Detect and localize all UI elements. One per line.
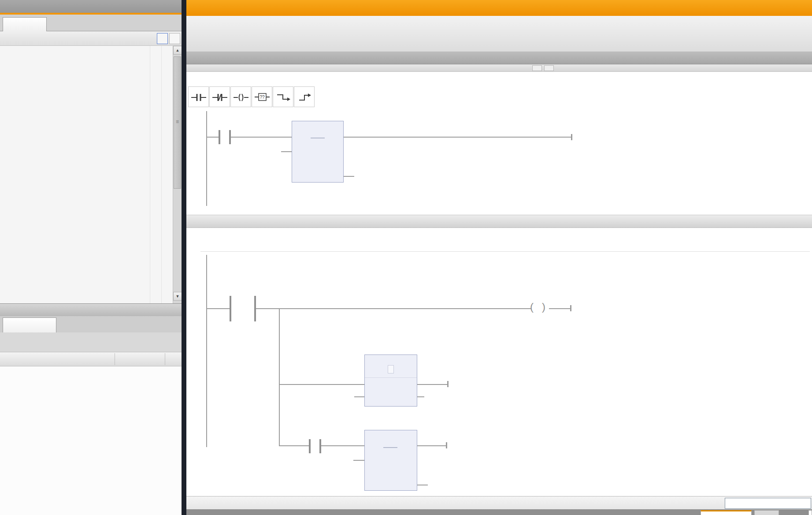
n1-wire [206,137,219,138]
favorite-open-branch-button[interactable] [273,86,293,107]
breadcrumb [186,0,812,16]
column-sep-1 [115,353,115,365]
n2-wire [206,308,230,309]
n1-eno-wire [344,137,571,138]
favorite-nc-contact-button[interactable] [209,86,230,107]
column-sep-2 [165,353,165,365]
n2-en-eno-dash [383,447,397,448]
n2-coil-end-tick [570,305,571,311]
n2-in-wire [353,460,364,461]
n2-cmp-bar-left[interactable] [230,296,231,321]
tab-devices[interactable] [3,17,47,31]
inspector-tab-stub-2[interactable] [754,510,779,515]
close-branch-icon [297,92,312,103]
n2-pt-wire [354,396,364,397]
scrollbar-thumb[interactable] [174,56,181,189]
n1-wire [231,137,292,138]
project-tree [0,46,182,303]
open-branch-icon [276,92,291,103]
inspector-tab-stub-1[interactable] [701,510,752,515]
tree-scrollbar[interactable]: ▲ ▼ [173,46,182,303]
left-panel-tabs [0,15,182,31]
favorite-close-branch-button[interactable] [294,86,315,107]
n1-wire-end-tick [571,134,572,140]
tree-toolbar [0,31,182,46]
panel-divider[interactable] [182,0,186,515]
n2-wire [321,445,364,446]
n2-eno-wire [417,445,446,446]
n2-ton-box[interactable] [364,355,417,407]
details-view-header [0,303,182,316]
n2-out-wire [417,485,428,485]
editor-toolbar [186,16,812,52]
n2-coil-open-paren[interactable]: ( [530,301,534,313]
interface-splitter [186,64,812,72]
no-contact-icon [191,92,206,103]
n2-branch-rail [279,308,280,446]
favorite-no-contact-button[interactable] [188,86,209,107]
comment-separator-line [200,251,810,252]
scroll-down-button[interactable]: ▼ [173,292,182,301]
n1-contact-bar-left[interactable] [219,130,220,144]
n2-ton-q-wire [417,384,447,385]
details-tabs [0,316,182,332]
n2-et-wire [417,396,424,397]
coil-icon [234,92,248,103]
column-view-icon[interactable] [157,33,168,44]
editor-statusbar [186,496,812,509]
refresh-table-icon[interactable] [169,33,180,44]
svg-text:??: ?? [260,95,265,100]
splitter-up-icon[interactable] [532,65,542,71]
tab-technology-objects[interactable] [3,317,56,332]
n2-move-box[interactable] [364,430,417,491]
n2-contact2-bar-right[interactable] [319,439,321,453]
tia-portal-window: ▲ ▼ ?? [0,0,812,515]
tree-col-sep-2 [161,46,162,303]
n2-coil-out-wire [549,308,570,309]
n1-power-rail [206,111,207,206]
details-gap [0,332,182,352]
zoom-level-select[interactable] [725,498,811,509]
n2-eno-end-tick [446,442,447,448]
empty-box-icon: ?? [255,92,270,103]
n2-wire-to-coil [256,308,531,309]
n1-en-eno-dash [311,138,325,138]
tree-col-sep-1 [150,46,150,303]
n2-power-rail [206,255,207,447]
block-interface-bar[interactable] [186,52,812,64]
nc-contact-icon [212,92,227,103]
n2-ton-type[interactable] [365,366,417,373]
n1-out-wire [344,176,354,177]
sort-tree-icon[interactable] [3,33,14,44]
details-column-header [0,352,182,366]
details-body [0,366,182,515]
favorite-empty-box-button[interactable]: ?? [252,86,272,107]
inspector-tab-stub-3[interactable] [808,510,812,515]
n2-ton-q-end-tick [447,381,449,387]
scroll-up-button[interactable]: ▲ [173,46,182,55]
n2-wire [280,445,309,446]
n2-contact2-bar-left[interactable] [309,439,311,453]
inspector-strip [186,509,812,515]
project-tree-header [0,0,182,13]
favorite-coil-button[interactable] [230,86,251,107]
n1-in-wire [281,151,292,152]
ladder-editor-canvas[interactable] [186,72,812,496]
n2-ton-divider [365,377,417,378]
splitter-down-icon[interactable] [544,65,554,71]
n2-ton-in-wire [280,384,364,385]
n2-coil-close-paren[interactable]: ) [542,301,545,313]
n1-move-box[interactable] [292,121,344,183]
network2-header[interactable] [186,215,812,228]
